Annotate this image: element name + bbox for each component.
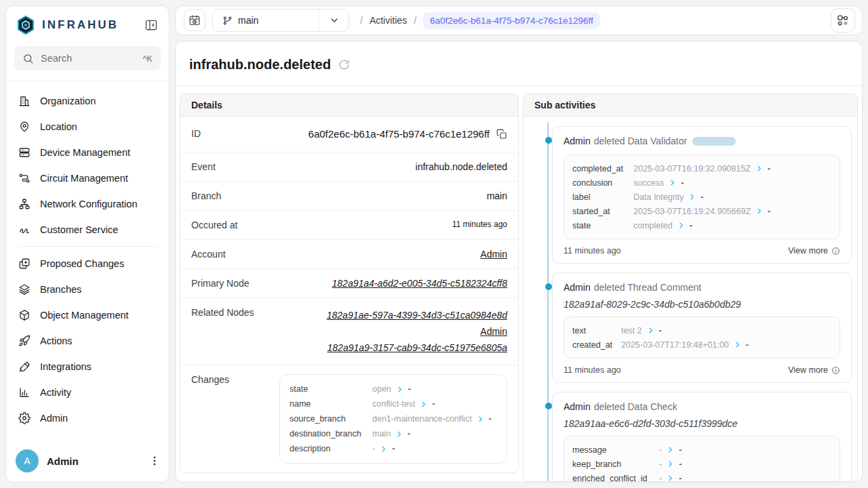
- sidebar-item-customer-service[interactable]: Customer Service: [13, 217, 162, 243]
- sidebar-item-label: Location: [40, 121, 77, 132]
- info-icon: [831, 247, 840, 256]
- detail-label: Changes: [191, 374, 229, 385]
- sidebar-item-device-management[interactable]: Device Management: [13, 140, 162, 165]
- avatar: A: [16, 449, 39, 472]
- related-node-link[interactable]: 182a91a9-3157-cab9-34dc-c51975e6805a: [328, 340, 507, 356]
- refresh-icon: [338, 59, 350, 70]
- field-new-value: -: [746, 340, 749, 350]
- sidebar-item-network-configuration[interactable]: Network Configuration: [13, 191, 162, 217]
- detail-value-event: infrahub.node.deleted: [416, 161, 507, 172]
- detail-row-primary-node: Primary Node 182a91a4-a6d2-e005-34d5-c51…: [180, 269, 518, 298]
- search-icon: [22, 53, 34, 64]
- field-row: created_at 2025-03-07T17:19:48+01:00 -: [572, 338, 831, 352]
- chevron-right-icon: [688, 193, 696, 201]
- search-input[interactable]: Search ^K: [14, 46, 161, 70]
- primary-node-link[interactable]: 182a91a4-a6d2-e005-34d5-c5182324cff8: [332, 278, 507, 289]
- sidebar-item-integrations[interactable]: Integrations: [13, 354, 162, 380]
- calendar-clock-icon: [189, 14, 201, 26]
- kebab-icon: [150, 455, 159, 466]
- activity-actor: Admin: [564, 400, 591, 413]
- topbar: main / Activities / 6a0f2e6c-b61a-4f75-b…: [175, 5, 863, 35]
- sidebar-item-label: Organization: [40, 96, 96, 106]
- skeleton-pill: [692, 137, 736, 146]
- field-row: completed_at 2025-03-07T16:19:32.090815Z…: [572, 161, 831, 176]
- branch-selector-caret[interactable]: [319, 9, 349, 31]
- nav-group-divider: [18, 246, 157, 247]
- activity-actor: Admin: [564, 134, 591, 148]
- change-key: name: [290, 399, 372, 409]
- detail-label: Occured at: [191, 220, 237, 230]
- sidebar-item-object-management[interactable]: Object Management: [13, 302, 162, 328]
- page-title: infrahub.node.deleted: [189, 57, 331, 73]
- detail-label: Primary Node: [191, 278, 250, 289]
- field-new-value: -: [768, 207, 770, 216]
- time-travel-button[interactable]: [184, 9, 205, 31]
- account-link[interactable]: Admin: [480, 249, 507, 260]
- change-new-value: -: [489, 414, 492, 424]
- sidebar-item-label: Object Management: [40, 310, 129, 321]
- sidebar-item-label: Integrations: [40, 361, 92, 372]
- change-row: description - -: [290, 441, 497, 456]
- view-more-button[interactable]: View more: [788, 246, 840, 256]
- sidebar-item-organization[interactable]: Organization: [13, 88, 162, 114]
- schema-visualizer-button[interactable]: [831, 8, 855, 33]
- activity-actor: Admin: [564, 281, 591, 294]
- copy-id-button[interactable]: [496, 129, 507, 140]
- user-menu-button[interactable]: [150, 455, 159, 466]
- branch-name: main: [238, 15, 258, 26]
- change-key: source_branch: [290, 414, 372, 424]
- cube-icon: [18, 309, 31, 321]
- refresh-button[interactable]: [338, 59, 350, 70]
- sidebar-item-location[interactable]: Location: [13, 114, 162, 140]
- detail-row-related-nodes: Related Nodes 182a91ae-597a-4399-34d3-c5…: [180, 298, 518, 365]
- sidebar-item-activity[interactable]: Activity: [13, 380, 162, 405]
- field-key: created_at: [572, 340, 621, 350]
- activity-node-id: 182a91af-8029-2c9c-34db-c510a6b0db29: [564, 299, 840, 310]
- view-more-button[interactable]: View more: [788, 365, 840, 375]
- field-new-value: -: [659, 326, 662, 336]
- field-row: text test 2 -: [572, 323, 831, 338]
- detail-row-id: ID 6a0f2e6c-b61a-4f75-b974-c76c1e1296ff: [180, 117, 518, 152]
- field-key: completed_at: [572, 164, 633, 174]
- branch-selector[interactable]: main: [212, 9, 349, 32]
- changes-box: state open - name conflict-test -: [279, 374, 507, 464]
- main-column: main / Activities / 6a0f2e6c-b61a-4f75-b…: [175, 5, 863, 483]
- change-row: destination_branch main -: [290, 426, 497, 441]
- sidebar-item-circuit-management[interactable]: Circuit Management: [13, 165, 162, 191]
- activity-action: deleted Data Check: [594, 400, 677, 413]
- field-key: text: [572, 326, 621, 336]
- detail-label: ID: [191, 128, 201, 139]
- breadcrumb-separator: /: [414, 15, 416, 26]
- field-old-value: 2025-03-07T16:19:32.090815Z: [633, 164, 751, 174]
- chevron-right-icon: [647, 327, 654, 334]
- detail-row-event: Event infrahub.node.deleted: [180, 152, 518, 182]
- sidebar: INFRAHUB Search ^K Organization Location: [5, 5, 170, 483]
- timeline-dot: [545, 137, 552, 144]
- breadcrumb-activity-id[interactable]: 6a0f2e6c-b61a-4f75-b974-c76c1e1296ff: [423, 12, 600, 29]
- sidebar-item-proposed-changes[interactable]: Proposed Changes: [13, 251, 162, 277]
- activity-action: deleted Data Validator: [594, 134, 688, 148]
- activity-card: Admin deleted Thread Comment 182a91af-80…: [552, 272, 852, 383]
- timeline-dot: [545, 403, 552, 409]
- change-old-value: open: [372, 384, 391, 394]
- chevron-right-icon: [677, 222, 685, 229]
- chevron-right-icon: [755, 165, 763, 172]
- sidebar-item-actions[interactable]: Actions: [13, 328, 162, 354]
- chevron-right-icon: [477, 415, 484, 423]
- detail-row-changes: Changes state open - name conflict-test: [180, 365, 518, 472]
- sidebar-item-label: Customer Service: [40, 224, 118, 235]
- field-old-value: -: [659, 460, 662, 469]
- change-new-value: -: [392, 444, 395, 453]
- sidebar-collapse-button[interactable]: [143, 17, 159, 33]
- related-node-link[interactable]: 182a91ae-597a-4399-34d3-c51ca0984e8d: [327, 307, 507, 323]
- details-header: Details: [180, 94, 518, 117]
- sidebar-item-branches[interactable]: Branches: [13, 277, 162, 302]
- sidebar-item-label: Network Configuration: [40, 199, 137, 209]
- field-old-value: completed: [633, 221, 673, 230]
- related-node-link[interactable]: Admin: [480, 323, 507, 340]
- breadcrumb-separator: /: [360, 15, 363, 26]
- sidebar-item-admin[interactable]: Admin: [13, 405, 162, 431]
- breadcrumb-section[interactable]: Activities: [370, 15, 407, 26]
- field-key: started_at: [572, 207, 633, 216]
- chevron-down-icon: [329, 15, 340, 26]
